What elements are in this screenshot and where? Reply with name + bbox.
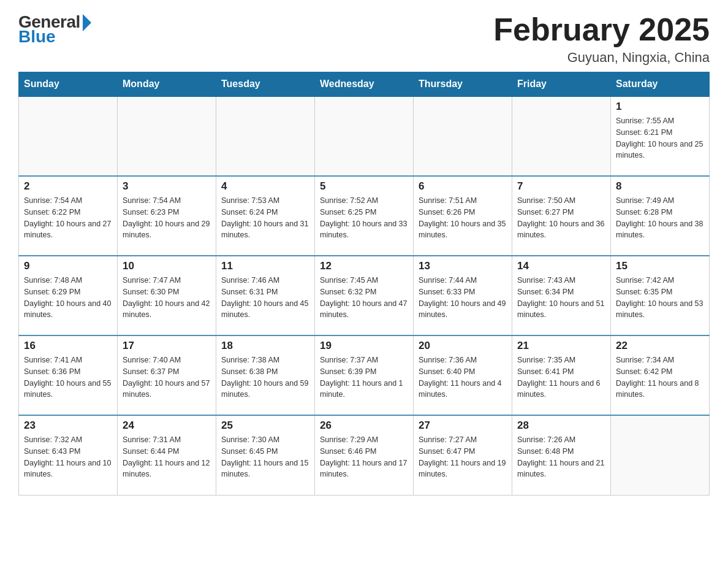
day-number: 5: [320, 180, 408, 193]
day-info: Sunrise: 7:27 AMSunset: 6:47 PMDaylight:…: [419, 434, 507, 480]
week-row-2: 2Sunrise: 7:54 AMSunset: 6:22 PMDaylight…: [19, 176, 710, 256]
page-header: General Blue February 2025 Guyuan, Ningx…: [18, 12, 710, 66]
day-number: 7: [517, 180, 605, 193]
weekday-header-monday: Monday: [118, 72, 216, 97]
day-info: Sunrise: 7:46 AMSunset: 6:31 PMDaylight:…: [221, 275, 309, 321]
calendar-cell: [315, 96, 414, 176]
calendar-cell: 4Sunrise: 7:53 AMSunset: 6:24 PMDaylight…: [216, 176, 315, 256]
calendar-cell: 24Sunrise: 7:31 AMSunset: 6:44 PMDayligh…: [118, 415, 216, 495]
calendar-cell: 12Sunrise: 7:45 AMSunset: 6:32 PMDayligh…: [315, 256, 414, 335]
day-info: Sunrise: 7:43 AMSunset: 6:34 PMDaylight:…: [517, 275, 605, 321]
calendar-cell: 18Sunrise: 7:38 AMSunset: 6:38 PMDayligh…: [216, 335, 315, 415]
day-number: 25: [221, 419, 309, 432]
weekday-header-saturday: Saturday: [611, 72, 710, 97]
week-row-1: 1Sunrise: 7:55 AMSunset: 6:21 PMDaylight…: [19, 96, 710, 176]
day-info: Sunrise: 7:26 AMSunset: 6:48 PMDaylight:…: [517, 434, 605, 480]
calendar-cell: 2Sunrise: 7:54 AMSunset: 6:22 PMDaylight…: [19, 176, 118, 256]
logo-blue-text: Blue: [18, 27, 56, 47]
calendar-cell: 22Sunrise: 7:34 AMSunset: 6:42 PMDayligh…: [611, 335, 710, 415]
day-number: 14: [517, 260, 605, 272]
day-number: 10: [123, 260, 211, 272]
day-info: Sunrise: 7:45 AMSunset: 6:32 PMDaylight:…: [320, 275, 408, 321]
week-row-4: 16Sunrise: 7:41 AMSunset: 6:36 PMDayligh…: [19, 335, 710, 415]
day-info: Sunrise: 7:50 AMSunset: 6:27 PMDaylight:…: [517, 195, 605, 241]
calendar-cell: 6Sunrise: 7:51 AMSunset: 6:26 PMDaylight…: [414, 176, 512, 256]
calendar-cell: 9Sunrise: 7:48 AMSunset: 6:29 PMDaylight…: [19, 256, 118, 335]
calendar-cell: 26Sunrise: 7:29 AMSunset: 6:46 PMDayligh…: [315, 415, 414, 495]
day-info: Sunrise: 7:41 AMSunset: 6:36 PMDaylight:…: [24, 354, 112, 400]
day-number: 28: [517, 419, 605, 432]
calendar-cell: [512, 96, 611, 176]
day-number: 20: [419, 340, 507, 352]
calendar-cell: 19Sunrise: 7:37 AMSunset: 6:39 PMDayligh…: [315, 335, 414, 415]
day-info: Sunrise: 7:37 AMSunset: 6:39 PMDaylight:…: [320, 354, 408, 400]
calendar-cell: 13Sunrise: 7:44 AMSunset: 6:33 PMDayligh…: [414, 256, 512, 335]
day-info: Sunrise: 7:31 AMSunset: 6:44 PMDaylight:…: [123, 434, 211, 480]
calendar-cell: 3Sunrise: 7:54 AMSunset: 6:23 PMDaylight…: [118, 176, 216, 256]
calendar-cell: 20Sunrise: 7:36 AMSunset: 6:40 PMDayligh…: [414, 335, 512, 415]
day-number: 12: [320, 260, 408, 272]
day-number: 27: [419, 419, 507, 432]
day-info: Sunrise: 7:51 AMSunset: 6:26 PMDaylight:…: [419, 195, 507, 241]
week-row-5: 23Sunrise: 7:32 AMSunset: 6:43 PMDayligh…: [19, 415, 710, 495]
day-info: Sunrise: 7:48 AMSunset: 6:29 PMDaylight:…: [24, 275, 112, 321]
day-info: Sunrise: 7:35 AMSunset: 6:41 PMDaylight:…: [517, 354, 605, 400]
day-info: Sunrise: 7:32 AMSunset: 6:43 PMDaylight:…: [24, 434, 112, 480]
calendar-cell: 17Sunrise: 7:40 AMSunset: 6:37 PMDayligh…: [118, 335, 216, 415]
calendar-cell: 23Sunrise: 7:32 AMSunset: 6:43 PMDayligh…: [19, 415, 118, 495]
calendar-cell: 21Sunrise: 7:35 AMSunset: 6:41 PMDayligh…: [512, 335, 611, 415]
day-number: 6: [419, 180, 507, 193]
calendar-table: SundayMondayTuesdayWednesdayThursdayFrid…: [18, 72, 710, 496]
weekday-header-sunday: Sunday: [19, 72, 118, 97]
day-number: 8: [616, 180, 704, 193]
calendar-cell: 10Sunrise: 7:47 AMSunset: 6:30 PMDayligh…: [118, 256, 216, 335]
day-info: Sunrise: 7:49 AMSunset: 6:28 PMDaylight:…: [616, 195, 704, 241]
day-number: 17: [123, 340, 211, 352]
day-info: Sunrise: 7:52 AMSunset: 6:25 PMDaylight:…: [320, 195, 408, 241]
day-number: 15: [616, 260, 704, 272]
day-number: 19: [320, 340, 408, 352]
day-number: 16: [24, 340, 112, 352]
calendar-cell: 25Sunrise: 7:30 AMSunset: 6:45 PMDayligh…: [216, 415, 315, 495]
day-info: Sunrise: 7:42 AMSunset: 6:35 PMDaylight:…: [616, 275, 704, 321]
day-number: 22: [616, 340, 704, 352]
calendar-cell: [216, 96, 315, 176]
day-number: 11: [221, 260, 309, 272]
weekday-header-wednesday: Wednesday: [315, 72, 414, 97]
calendar-cell: 28Sunrise: 7:26 AMSunset: 6:48 PMDayligh…: [512, 415, 611, 495]
day-info: Sunrise: 7:44 AMSunset: 6:33 PMDaylight:…: [419, 275, 507, 321]
day-info: Sunrise: 7:53 AMSunset: 6:24 PMDaylight:…: [221, 195, 309, 241]
weekday-header-friday: Friday: [512, 72, 611, 97]
calendar-cell: 15Sunrise: 7:42 AMSunset: 6:35 PMDayligh…: [611, 256, 710, 335]
month-title: February 2025: [493, 12, 710, 47]
calendar-cell: 7Sunrise: 7:50 AMSunset: 6:27 PMDaylight…: [512, 176, 611, 256]
day-info: Sunrise: 7:30 AMSunset: 6:45 PMDaylight:…: [221, 434, 309, 480]
calendar-cell: 5Sunrise: 7:52 AMSunset: 6:25 PMDaylight…: [315, 176, 414, 256]
calendar-cell: 8Sunrise: 7:49 AMSunset: 6:28 PMDaylight…: [611, 176, 710, 256]
day-info: Sunrise: 7:55 AMSunset: 6:21 PMDaylight:…: [616, 115, 704, 161]
day-number: 26: [320, 419, 408, 432]
day-number: 23: [24, 419, 112, 432]
day-info: Sunrise: 7:36 AMSunset: 6:40 PMDaylight:…: [419, 354, 507, 400]
day-info: Sunrise: 7:40 AMSunset: 6:37 PMDaylight:…: [123, 354, 211, 400]
calendar-cell: 1Sunrise: 7:55 AMSunset: 6:21 PMDaylight…: [611, 96, 710, 176]
day-info: Sunrise: 7:47 AMSunset: 6:30 PMDaylight:…: [123, 275, 211, 321]
weekday-header-row: SundayMondayTuesdayWednesdayThursdayFrid…: [19, 72, 710, 97]
weekday-header-tuesday: Tuesday: [216, 72, 315, 97]
logo-arrow-icon: [83, 14, 91, 31]
day-number: 24: [123, 419, 211, 432]
logo: General Blue: [18, 12, 91, 47]
day-number: 4: [221, 180, 309, 193]
day-number: 9: [24, 260, 112, 272]
day-number: 2: [24, 180, 112, 193]
weekday-header-thursday: Thursday: [414, 72, 512, 97]
calendar-cell: 11Sunrise: 7:46 AMSunset: 6:31 PMDayligh…: [216, 256, 315, 335]
calendar-cell: 27Sunrise: 7:27 AMSunset: 6:47 PMDayligh…: [414, 415, 512, 495]
calendar-cell: [118, 96, 216, 176]
day-number: 3: [123, 180, 211, 193]
calendar-cell: 14Sunrise: 7:43 AMSunset: 6:34 PMDayligh…: [512, 256, 611, 335]
title-area: February 2025 Guyuan, Ningxia, China: [493, 12, 710, 66]
day-info: Sunrise: 7:29 AMSunset: 6:46 PMDaylight:…: [320, 434, 408, 480]
day-info: Sunrise: 7:34 AMSunset: 6:42 PMDaylight:…: [616, 354, 704, 400]
day-info: Sunrise: 7:38 AMSunset: 6:38 PMDaylight:…: [221, 354, 309, 400]
